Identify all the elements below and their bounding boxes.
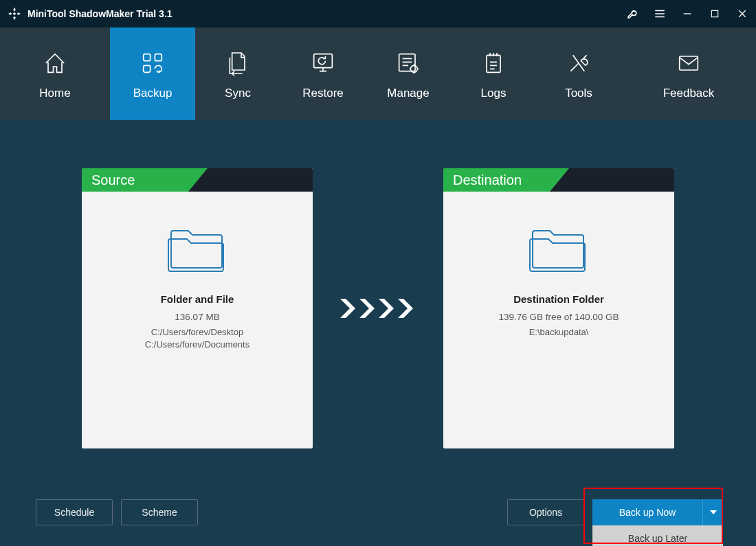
destination-panel-header: Destination — [443, 168, 674, 192]
backup-dropdown-arrow[interactable] — [702, 499, 723, 525]
schedule-label: Schedule — [54, 507, 94, 518]
backup-icon — [137, 48, 168, 78]
svg-rect-5 — [144, 65, 151, 72]
close-button[interactable] — [729, 0, 756, 27]
source-panel-header: Source — [82, 168, 313, 192]
source-panel-header-label: Source — [82, 168, 188, 192]
destination-path: E:\backupdata\ — [443, 326, 674, 339]
nav-feedback-label: Feedback — [663, 87, 715, 100]
content-area: Source Folder and File 136.07 MB C:/User… — [0, 120, 756, 546]
minimize-button[interactable] — [674, 0, 701, 27]
caret-down-icon — [710, 510, 717, 514]
nav-tools-label: Tools — [565, 87, 592, 100]
nav-restore-label: Restore — [302, 87, 344, 100]
manage-icon — [393, 48, 423, 78]
nav-manage[interactable]: Manage — [366, 27, 451, 120]
backup-later-label: Back up Later — [628, 533, 687, 544]
maximize-button[interactable] — [701, 0, 729, 27]
folder-icon — [443, 226, 674, 274]
backup-later-item[interactable]: Back up Later — [592, 525, 723, 546]
bottom-bar: Schedule Scheme Options Back up Now Back… — [36, 499, 723, 525]
sync-icon — [223, 48, 253, 78]
nav-tools[interactable]: Tools — [536, 27, 621, 120]
destination-free: 139.76 GB free of 140.00 GB — [443, 312, 674, 322]
source-title: Folder and File — [82, 293, 313, 305]
nav-restore[interactable]: Restore — [280, 27, 366, 120]
feedback-icon — [674, 48, 704, 78]
nav-feedback[interactable]: Feedback — [621, 27, 756, 120]
destination-panel-header-label: Destination — [443, 168, 550, 192]
source-path-2: C:/Users/forev/Documents — [82, 339, 313, 351]
svg-rect-9 — [487, 55, 500, 72]
home-icon — [40, 48, 70, 78]
nav-logs-label: Logs — [481, 87, 507, 100]
app-logo-icon — [7, 6, 22, 21]
scheme-button[interactable]: Scheme — [121, 499, 198, 525]
nav-logs[interactable]: Logs — [451, 27, 536, 120]
svg-rect-2 — [711, 10, 718, 16]
backup-now-label: Back up Now — [619, 507, 676, 518]
nav-manage-label: Manage — [387, 87, 429, 100]
nav-backup-label: Backup — [133, 87, 173, 100]
nav-home-label: Home — [39, 87, 70, 100]
menu-icon-button[interactable] — [646, 0, 674, 27]
source-path-1: C:/Users/forev/Desktop — [82, 326, 313, 339]
tools-icon — [564, 48, 594, 78]
arrow-icon — [340, 295, 416, 322]
svg-point-0 — [13, 12, 16, 15]
main-nav: Home Backup Sync Restore Manage Logs T — [0, 27, 756, 120]
destination-title: Destination Folder — [443, 293, 674, 305]
nav-home[interactable]: Home — [0, 27, 110, 120]
backup-split-button: Back up Now Back up Later — [592, 499, 723, 525]
source-paths: C:/Users/forev/Desktop C:/Users/forev/Do… — [82, 326, 313, 350]
key-icon-button[interactable] — [619, 0, 646, 27]
svg-rect-3 — [144, 54, 151, 60]
app-title: MiniTool ShadowMaker Trial 3.1 — [27, 8, 173, 19]
nav-sync-label: Sync — [225, 87, 251, 100]
svg-point-1 — [634, 11, 636, 12]
svg-rect-10 — [680, 56, 698, 70]
title-bar: MiniTool ShadowMaker Trial 3.1 — [0, 0, 756, 27]
source-size: 136.07 MB — [82, 312, 313, 322]
logs-icon — [478, 48, 509, 78]
destination-panel[interactable]: Destination Destination Folder 139.76 GB… — [443, 168, 674, 448]
restore-icon — [308, 48, 338, 78]
options-button[interactable]: Options — [507, 499, 584, 525]
scheme-label: Scheme — [142, 507, 177, 518]
svg-rect-4 — [155, 54, 162, 60]
options-label: Options — [529, 507, 562, 518]
folder-icon — [82, 226, 313, 274]
nav-sync[interactable]: Sync — [195, 27, 280, 120]
nav-backup[interactable]: Backup — [110, 27, 195, 120]
schedule-button[interactable]: Schedule — [36, 499, 113, 525]
source-panel[interactable]: Source Folder and File 136.07 MB C:/User… — [82, 168, 313, 448]
backup-now-button[interactable]: Back up Now — [592, 499, 702, 525]
svg-rect-6 — [314, 54, 333, 67]
